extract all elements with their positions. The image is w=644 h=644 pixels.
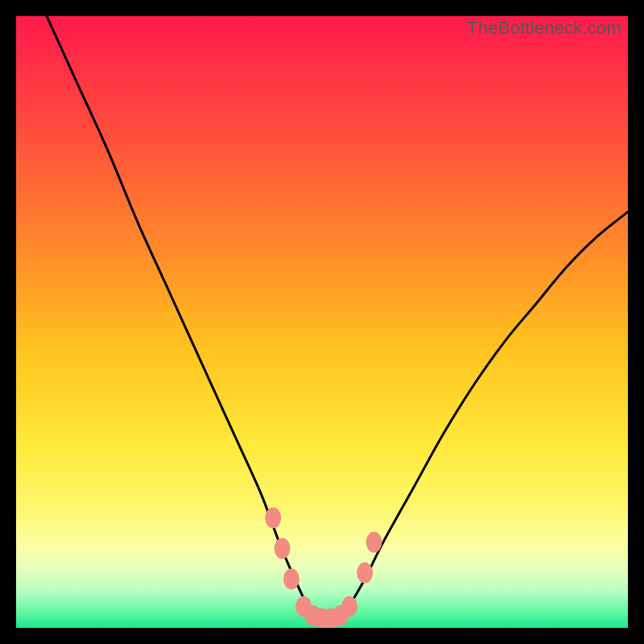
highlight-marker xyxy=(283,568,299,589)
highlight-marker xyxy=(341,596,357,617)
chart-frame: TheBottleneck.com xyxy=(16,16,628,628)
chart-svg xyxy=(16,16,628,628)
highlight-marker xyxy=(265,507,281,528)
highlight-marker xyxy=(275,538,291,559)
heat-background xyxy=(16,16,628,628)
highlight-marker xyxy=(357,563,373,584)
watermark-text: TheBottleneck.com xyxy=(467,18,621,39)
highlight-marker xyxy=(366,532,382,553)
